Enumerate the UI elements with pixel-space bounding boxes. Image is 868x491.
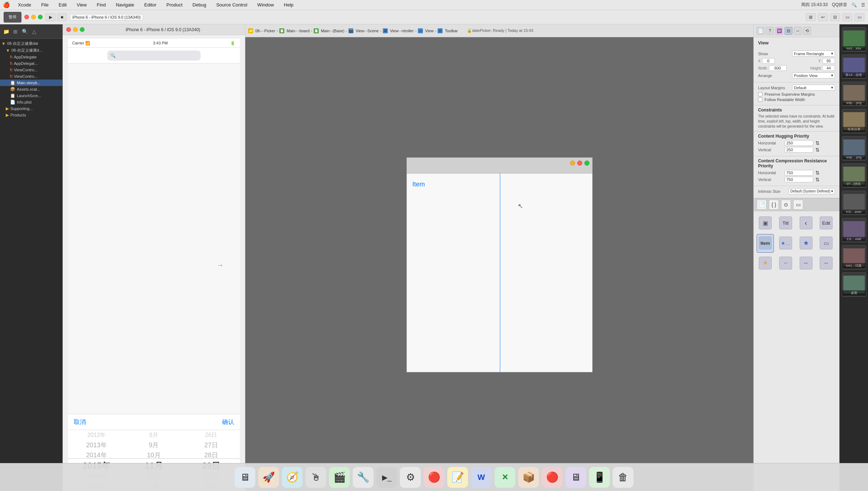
view-controller[interactable]: Item ↖	[406, 157, 593, 372]
sidebar-icon3[interactable]: 🔍	[21, 28, 28, 35]
obj-cell-back[interactable]: ‹	[797, 214, 815, 233]
follow-checkbox[interactable]	[758, 97, 762, 102]
tree-item-root[interactable]: ▼ 08-自定义健康dat	[0, 40, 62, 47]
menu-window[interactable]: Window	[255, 1, 276, 8]
obj-cell-arrow-left[interactable]: ↔	[797, 254, 815, 273]
hugging-v-field[interactable]: 250	[785, 147, 813, 153]
y-field[interactable]: 95	[822, 58, 835, 64]
bc-item-3[interactable]: Main···(Base)	[321, 29, 344, 33]
bc-item-4[interactable]: View···Scene	[356, 29, 378, 33]
dock-archive[interactable]: 📦	[518, 467, 539, 488]
obj-cell-edit[interactable]: Edit	[818, 214, 835, 233]
dock-excel[interactable]: ✕	[495, 467, 515, 488]
comp-h-stepper[interactable]: ⇅	[815, 170, 820, 176]
x-field[interactable]: 0	[762, 58, 775, 64]
tree-item-launchscreen[interactable]: 📋 LaunchScre...	[0, 92, 62, 99]
layout-btn1[interactable]: ⊞	[806, 13, 816, 21]
insp-icon-attr[interactable]: ⊟	[785, 27, 792, 35]
comp-h-field[interactable]: 750	[785, 170, 813, 176]
obj-cell-viewcontroller[interactable]: ▣	[757, 214, 774, 233]
obj-cell-title[interactable]: Titl	[777, 214, 794, 233]
thumb-snip2[interactable]: snip….png	[842, 136, 866, 161]
sidebar-icon1[interactable]: 📁	[3, 28, 9, 35]
ib-window-green[interactable]	[584, 161, 589, 166]
maximize-button[interactable]	[38, 15, 43, 19]
lib-icon-code[interactable]: { }	[769, 200, 779, 210]
dock-launchpad[interactable]: 🚀	[258, 467, 279, 488]
menubar-search[interactable]: 🔍	[852, 3, 857, 8]
tree-item-appdelegate1[interactable]: h AppDelegate	[0, 54, 62, 60]
insp-icon-connection[interactable]: ⟲	[803, 27, 811, 35]
menubar-settings[interactable]: ☰	[861, 3, 865, 8]
bc-item-5[interactable]: View···ntroller	[390, 29, 414, 33]
tree-item-viewcontroller2[interactable]: h ViewContro...	[0, 73, 62, 80]
tree-item-assets[interactable]: 📦 Assets.xcat...	[0, 86, 62, 92]
tree-item-mainstoryboard[interactable]: 📋 Main.storyb...	[0, 80, 62, 86]
arrange-dropdown[interactable]: Position View ▾	[792, 72, 835, 78]
lib-icon-media[interactable]: ▭	[793, 200, 803, 210]
thumb-ksi[interactable]: KSI…aster	[842, 191, 866, 215]
lib-icon-file[interactable]: 📄	[757, 200, 767, 210]
dock-trash[interactable]: 🗑	[613, 467, 633, 488]
stop-button[interactable]: ■	[57, 13, 67, 21]
minimize-button[interactable]	[31, 15, 36, 19]
tree-item-products[interactable]: ▶ Products	[0, 112, 62, 118]
menu-help[interactable]: Help	[282, 1, 296, 8]
insp-icon-size[interactable]: ↔	[794, 27, 802, 35]
sidebar-icon2[interactable]: ⊞	[12, 28, 19, 35]
dock-app3[interactable]: 🖥	[565, 467, 586, 488]
dock-notes[interactable]: 📝	[447, 467, 468, 488]
sidebar-icon4[interactable]: △	[31, 28, 37, 35]
comp-v-field[interactable]: 750	[785, 177, 813, 182]
dock-app2[interactable]: 🔴	[542, 467, 563, 488]
preserve-checkbox[interactable]	[758, 92, 762, 96]
thumb-xlsx1[interactable]: ios1…xlsx	[842, 27, 866, 52]
layout-btn5[interactable]: ▭	[854, 13, 864, 21]
menu-file[interactable]: File	[39, 1, 51, 8]
thumb-snip1[interactable]: snip….png	[842, 82, 866, 106]
intrinsic-dropdown[interactable]: Default (System Defined) ▾	[789, 188, 835, 194]
picker-cancel-button[interactable]: 取消	[74, 418, 86, 426]
menu-edit[interactable]: Edit	[57, 1, 69, 8]
thumb-optimize[interactable]: 07…(优化	[842, 163, 866, 188]
sim-close-button[interactable]	[66, 27, 71, 32]
sim-min-button[interactable]	[73, 27, 78, 32]
dock-terminal[interactable]: ▶_	[376, 467, 397, 488]
close-button[interactable]	[24, 15, 29, 19]
scheme-selector[interactable]: iPhone 6 - iPhone 6 / iOS 9.0 (13A340)	[70, 14, 143, 20]
thumb-ios1[interactable]: ios1…试题	[842, 245, 866, 270]
obj-cell-item[interactable]: Item	[757, 234, 774, 253]
dock-safari[interactable]: 🧭	[282, 467, 303, 488]
obj-cell-star-more[interactable]: ★…	[777, 234, 794, 253]
obj-cell-arrow-right[interactable]: ↔	[818, 254, 835, 273]
tree-item-group[interactable]: ▼ 08-自定义健康d...	[0, 47, 62, 54]
tree-item-appdelegate2[interactable]: h AppDelegat...	[0, 60, 62, 67]
dock-finder[interactable]: 🖥	[235, 467, 255, 488]
dock-video[interactable]: 🎬	[329, 467, 350, 488]
lib-icon-obj[interactable]: ⊙	[781, 200, 791, 210]
dock-system-prefs[interactable]: ⚙	[400, 467, 421, 488]
bc-item-7[interactable]: Toolbar	[445, 29, 458, 33]
thumb-car[interactable]: 车丹分享	[842, 109, 866, 133]
layout-btn3[interactable]: ⊟	[830, 13, 840, 21]
insp-icon-quick[interactable]: ?	[766, 27, 774, 35]
obj-cell-circle[interactable]: ☀	[757, 254, 774, 273]
obj-cell-rect[interactable]: ▭	[818, 234, 835, 253]
dock-word[interactable]: W	[471, 467, 492, 488]
run-button[interactable]: ▶	[45, 13, 56, 21]
comp-v-stepper[interactable]: ⇅	[815, 177, 820, 182]
pause-button[interactable]: 暂停	[4, 12, 21, 23]
hugging-v-stepper[interactable]: ⇅	[815, 147, 820, 153]
bc-item-6[interactable]: View	[425, 29, 434, 33]
bc-item-1[interactable]: 08-···Picker	[255, 29, 275, 33]
menu-product[interactable]: Product	[164, 1, 185, 8]
menu-find[interactable]: Find	[95, 1, 108, 8]
show-dropdown[interactable]: Frame Rectangle ▾	[792, 51, 835, 57]
search-bar[interactable]: 🔍	[107, 51, 201, 61]
tree-item-supporting[interactable]: ▶ Supporting...	[0, 105, 62, 112]
sim-max-button[interactable]	[80, 27, 85, 32]
thumb-desktop[interactable]: 桌面	[842, 272, 866, 297]
menu-navigate[interactable]: Navigate	[114, 1, 136, 8]
menu-debug[interactable]: Debug	[191, 1, 208, 8]
menu-view[interactable]: View	[74, 1, 89, 8]
